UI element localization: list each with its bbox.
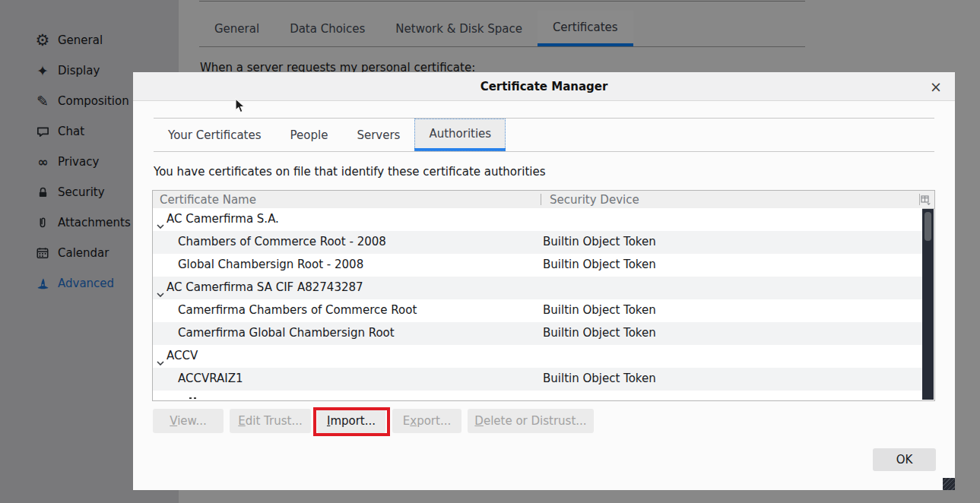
close-icon[interactable]: × xyxy=(926,77,946,96)
certificates-table: Certificate Name Security Device AC Came… xyxy=(152,190,935,401)
table-row[interactable]: Camerfirma Chambers of Commerce Root Bui… xyxy=(153,299,922,322)
label-accesskey: V xyxy=(170,414,177,428)
certificate-name: Camerfirma Chambers of Commerce Root xyxy=(178,303,417,317)
certificate-name: Chambers of Commerce Root - 2008 xyxy=(178,235,386,248)
certificate-name: ACCV xyxy=(167,349,198,362)
chevron-down-icon[interactable] xyxy=(157,354,164,369)
chevron-down-icon[interactable] xyxy=(157,217,164,232)
security-device: Builtin Object Token xyxy=(543,372,656,385)
certificate-name: Global Chambersign Root - 2008 xyxy=(178,258,363,271)
intro-text: You have certificates on file that ident… xyxy=(154,165,545,179)
tab-people[interactable]: People xyxy=(276,119,343,151)
certificate-name: AC Camerfirma SA CIF A82743287 xyxy=(167,280,363,294)
tab-your-certificates[interactable]: Your Certificates xyxy=(154,119,276,151)
delete-or-distrust-button[interactable]: Delete or Distrust... xyxy=(468,409,594,433)
label-part: mport... xyxy=(330,414,376,428)
security-device: Builtin Object Token xyxy=(543,235,656,248)
clipped-text-top xyxy=(189,397,192,399)
tab-label: People xyxy=(290,128,328,142)
label-part: iew... xyxy=(177,414,207,428)
resize-grip[interactable] xyxy=(943,478,955,490)
column-divider xyxy=(919,194,920,205)
ok-button[interactable]: OK xyxy=(873,448,936,471)
export-button[interactable]: Export... xyxy=(392,409,461,433)
table-body: AC Camerfirma S.A. Chambers of Commerce … xyxy=(153,208,922,400)
edit-trust-button[interactable]: Edit Trust... xyxy=(230,409,311,433)
chevron-down-icon[interactable] xyxy=(157,286,164,300)
table-header: Certificate Name Security Device xyxy=(153,191,934,209)
table-row[interactable]: ACCVRAIZ1 Builtin Object Token xyxy=(153,368,922,391)
column-divider[interactable] xyxy=(541,194,541,205)
screen: ⚙ General ✦ Display ✎ Composition Chat xyxy=(0,0,980,503)
security-device: Builtin Object Token xyxy=(543,326,656,340)
scrollbar-thumb[interactable] xyxy=(924,212,931,241)
vertical-scrollbar[interactable] xyxy=(922,209,934,400)
certificate-manager-dialog: Certificate Manager × Your Certificates … xyxy=(133,72,955,490)
certificate-name: AC Camerfirma S.A. xyxy=(167,212,279,226)
label-accesskey: x xyxy=(410,414,417,428)
label-part: port... xyxy=(417,414,451,428)
label-part: elete or Distrust... xyxy=(484,414,587,428)
table-row[interactable]: Chambers of Commerce Root - 2008 Builtin… xyxy=(153,231,922,254)
security-device: Builtin Object Token xyxy=(543,258,656,271)
view-button[interactable]: View... xyxy=(153,409,224,433)
tab-label: Authorities xyxy=(429,127,491,141)
table-row[interactable]: AC Camerfirma S.A. xyxy=(153,208,922,231)
certificate-name: Camerfirma Global Chambersign Root xyxy=(178,326,395,340)
security-device: Builtin Object Token xyxy=(543,303,656,317)
certificate-name: ACCVRAIZ1 xyxy=(178,372,243,385)
action-button-row: View... Edit Trust... Import... Export..… xyxy=(153,409,761,433)
table-row[interactable]: Camerfirma Global Chambersign Root Built… xyxy=(153,322,922,345)
table-row[interactable]: AC Camerfirma SA CIF A82743287 xyxy=(153,277,922,299)
dialog-title: Certificate Manager xyxy=(480,80,608,93)
import-button[interactable]: Import... xyxy=(317,409,385,433)
tab-servers[interactable]: Servers xyxy=(342,119,414,151)
table-row[interactable]: Global Chambersign Root - 2008 Builtin O… xyxy=(153,254,922,277)
label-part: E xyxy=(403,414,410,428)
tab-authorities[interactable]: Authorities xyxy=(414,119,506,151)
tab-label: Servers xyxy=(357,128,400,142)
column-header-security-device[interactable]: Security Device xyxy=(550,193,639,207)
label-accesskey: E xyxy=(238,414,245,428)
column-header-certificate-name[interactable]: Certificate Name xyxy=(160,193,256,207)
label-accesskey: D xyxy=(474,414,484,428)
table-row[interactable]: ACCV xyxy=(153,345,922,368)
dialog-titlebar: Certificate Manager × xyxy=(133,72,955,101)
label-part: dit Trust... xyxy=(246,414,303,428)
table-row-partially-visible[interactable] xyxy=(153,391,922,400)
dialog-tabbar: Your Certificates People Servers Authori… xyxy=(154,118,934,152)
tab-label: Your Certificates xyxy=(168,128,262,142)
column-picker-icon[interactable] xyxy=(921,194,933,206)
